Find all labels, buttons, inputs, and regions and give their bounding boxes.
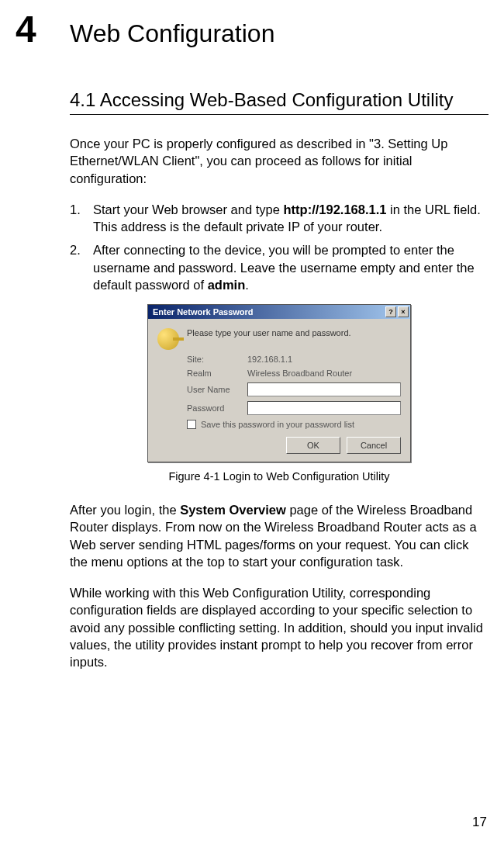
username-row: User Name [187, 382, 401, 396]
realm-row: Realm Wireless Broadband Router [187, 369, 401, 378]
page: 4 Web Configuration 4.1 Accessing Web-Ba… [0, 0, 504, 701]
steps-list: 1. Start your Web browser and type http:… [70, 201, 488, 293]
text: After you login, the [70, 503, 180, 517]
section-title: 4.1 Accessing Web-Based Configuration Ut… [70, 89, 488, 115]
username-input[interactable] [247, 382, 401, 396]
intro-paragraph: Once your PC is properly configured as d… [70, 135, 488, 187]
text: After connecting to the device, you will… [93, 243, 475, 292]
password-input[interactable] [247, 401, 401, 415]
chapter-number: 4 [16, 8, 62, 50]
url-text: http://192.168.1.1 [283, 202, 386, 216]
text: Start your Web browser and type [93, 202, 283, 216]
save-password-label: Save this password in your password list [201, 420, 354, 429]
page-number: 17 [472, 815, 487, 830]
dialog-prompt: Please type your user name and password. [187, 328, 351, 350]
dialog-title: Enter Network Password [153, 307, 254, 317]
dialog-titlebar: Enter Network Password ? × [148, 305, 410, 319]
ok-button[interactable]: OK [286, 437, 340, 454]
body-paragraph: While working with this Web Configuratio… [70, 584, 488, 670]
figure: Enter Network Password ? × Please type y… [70, 304, 488, 483]
close-button[interactable]: × [398, 306, 409, 317]
site-value: 192.168.1.1 [247, 355, 292, 364]
realm-label: Realm [187, 369, 241, 378]
text: . [245, 278, 249, 292]
login-dialog: Enter Network Password ? × Please type y… [147, 304, 411, 462]
step-body: Start your Web browser and type http://1… [93, 201, 488, 236]
dialog-buttons: OK Cancel [157, 437, 401, 454]
list-item: 2. After connecting to the device, you w… [70, 241, 488, 293]
step-body: After connecting to the device, you will… [93, 241, 488, 293]
password-label: Password [187, 403, 241, 413]
step-number: 1. [70, 201, 93, 236]
cancel-button[interactable]: Cancel [347, 437, 401, 454]
page-name-text: System Overview [180, 503, 286, 517]
body-paragraph: After you login, the System Overview pag… [70, 501, 488, 570]
password-row: Password [187, 401, 401, 415]
save-password-row: Save this password in your password list [187, 420, 401, 429]
key-icon [157, 328, 179, 350]
titlebar-buttons: ? × [385, 306, 409, 317]
dialog-fields: Site: 192.168.1.1 Realm Wireless Broadba… [187, 355, 401, 429]
list-item: 1. Start your Web browser and type http:… [70, 201, 488, 236]
chapter-title: Web Configuration [70, 19, 274, 48]
site-row: Site: 192.168.1.1 [187, 355, 401, 364]
site-label: Site: [187, 355, 241, 364]
dialog-body: Please type your user name and password.… [148, 319, 410, 462]
help-button[interactable]: ? [385, 306, 396, 317]
password-text: admin [208, 278, 246, 292]
chapter-header: 4 Web Configuration [16, 8, 488, 50]
dialog-prompt-row: Please type your user name and password. [157, 328, 401, 350]
figure-caption: Figure 4-1 Login to Web Configuration Ut… [168, 470, 389, 483]
step-number: 2. [70, 241, 93, 293]
content-area: 4.1 Accessing Web-Based Configuration Ut… [70, 89, 488, 671]
save-password-checkbox[interactable] [187, 420, 196, 429]
username-label: User Name [187, 385, 241, 394]
realm-value: Wireless Broadband Router [247, 369, 352, 378]
